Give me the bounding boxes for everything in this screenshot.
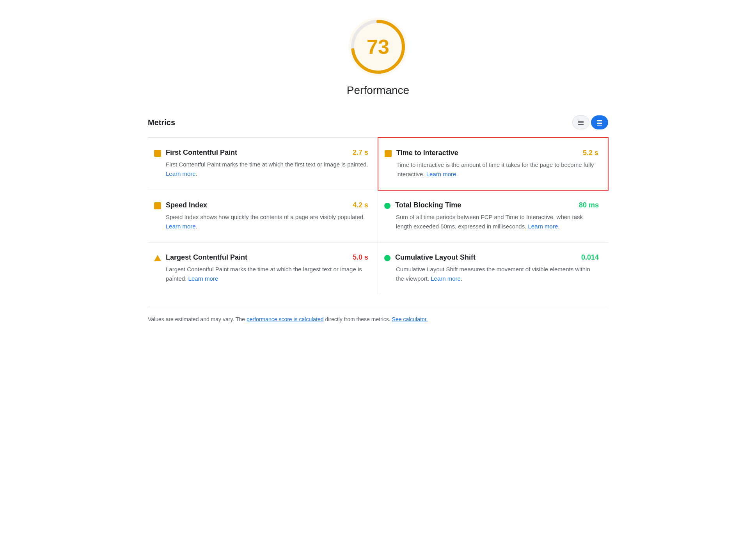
lcp-icon: [154, 255, 161, 261]
tti-learn-more[interactable]: Learn more: [426, 171, 456, 177]
metric-tbt-header: Total Blocking Time 80 ms: [384, 201, 599, 209]
cls-value: 0.014: [581, 253, 599, 262]
metric-lcp: Largest Contentful Paint 5.0 s Largest C…: [148, 242, 378, 294]
metric-tti: Time to Interactive 5.2 s Time to intera…: [378, 137, 609, 191]
lcp-description: Largest Contentful Paint marks the time …: [154, 265, 368, 283]
si-icon: [154, 202, 161, 209]
metrics-controls: [572, 115, 608, 129]
svg-rect-3: [578, 121, 584, 122]
si-description: Speed Index shows how quickly the conten…: [154, 212, 368, 231]
score-label: Performance: [347, 84, 409, 97]
tbt-title: Total Blocking Time: [395, 201, 461, 209]
svg-rect-7: [597, 122, 602, 122]
list-icon: [577, 119, 584, 126]
tbt-description: Sum of all time periods between FCP and …: [384, 212, 599, 231]
lcp-title: Largest Contentful Paint: [166, 253, 247, 262]
metric-cls-header: Cumulative Layout Shift 0.014: [384, 253, 599, 262]
svg-rect-9: [597, 125, 602, 126]
detail-icon: [596, 119, 603, 126]
metric-tti-header: Time to Interactive 5.2 s: [385, 149, 598, 157]
metrics-title: Metrics: [148, 118, 175, 127]
metric-cls: Cumulative Layout Shift 0.014 Cumulative…: [378, 242, 608, 294]
tti-description: Time to interactive is the amount of tim…: [385, 160, 598, 179]
lcp-learn-more[interactable]: Learn more: [188, 275, 218, 282]
tbt-value: 80 ms: [579, 201, 599, 209]
cls-learn-more[interactable]: Learn more: [431, 275, 461, 282]
si-learn-more[interactable]: Learn more: [166, 223, 196, 230]
fcp-description: First Contentful Paint marks the time at…: [154, 160, 368, 179]
fcp-icon: [154, 150, 161, 157]
fcp-title: First Contentful Paint: [166, 149, 237, 157]
tbt-icon: [384, 203, 390, 209]
footer-link-calculator[interactable]: See calculator.: [392, 316, 428, 322]
tbt-learn-more[interactable]: Learn more: [528, 223, 558, 230]
score-section: 73 Performance: [148, 16, 608, 97]
score-circle: 73: [347, 16, 409, 78]
metrics-header: Metrics: [148, 115, 608, 129]
footer-text-before: Values are estimated and may vary. The: [148, 316, 247, 322]
metric-fcp: First Contentful Paint 2.7 s First Conte…: [148, 138, 378, 190]
list-view-button[interactable]: [572, 115, 589, 129]
detail-view-button[interactable]: [591, 115, 608, 129]
fcp-value: 2.7 s: [353, 149, 368, 157]
svg-rect-8: [597, 123, 602, 124]
metric-lcp-header: Largest Contentful Paint 5.0 s: [154, 253, 368, 262]
footer-link-score[interactable]: performance score is calculated: [247, 316, 324, 322]
metric-fcp-header: First Contentful Paint 2.7 s: [154, 149, 368, 157]
lcp-value: 5.0 s: [353, 253, 368, 262]
svg-rect-6: [597, 120, 602, 121]
page-container: 73 Performance Metrics: [124, 0, 632, 339]
footer-text-middle: directly from these metrics.: [324, 316, 392, 322]
metric-si-header: Speed Index 4.2 s: [154, 201, 368, 209]
cls-icon: [384, 255, 390, 261]
metrics-section: Metrics: [148, 115, 608, 294]
tti-icon: [385, 150, 392, 157]
footer-note: Values are estimated and may vary. The p…: [148, 307, 608, 324]
si-title: Speed Index: [166, 201, 207, 209]
tti-value: 5.2 s: [583, 149, 598, 157]
si-value: 4.2 s: [353, 201, 368, 209]
metric-si: Speed Index 4.2 s Speed Index shows how …: [148, 190, 378, 242]
metrics-grid: First Contentful Paint 2.7 s First Conte…: [148, 137, 608, 294]
metric-tbt: Total Blocking Time 80 ms Sum of all tim…: [378, 190, 608, 242]
cls-description: Cumulative Layout Shift measures the mov…: [384, 265, 599, 283]
tti-title: Time to Interactive: [396, 149, 458, 157]
svg-rect-4: [578, 122, 584, 123]
cls-title: Cumulative Layout Shift: [395, 253, 476, 262]
score-value: 73: [367, 35, 389, 58]
svg-rect-5: [578, 124, 584, 125]
fcp-learn-more[interactable]: Learn more: [166, 170, 196, 177]
